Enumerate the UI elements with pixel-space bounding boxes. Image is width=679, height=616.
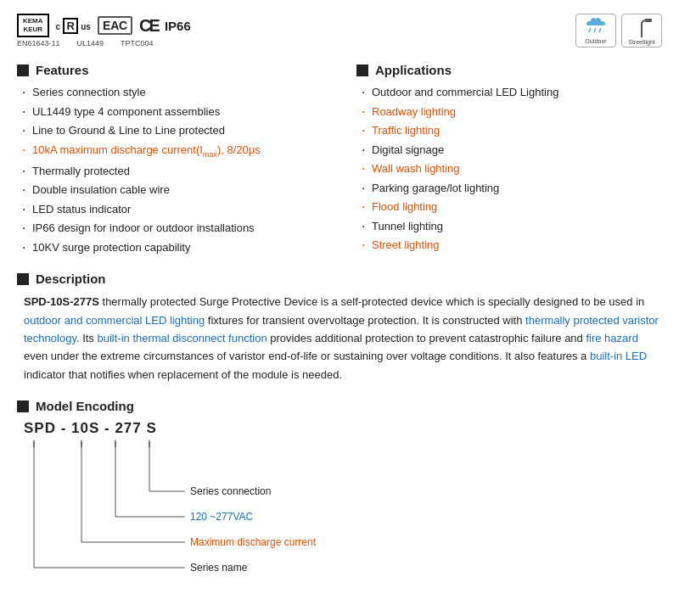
list-item: LED status indicator — [20, 201, 323, 218]
list-item: Street lighting — [360, 237, 662, 254]
description-title: Description — [17, 272, 662, 286]
features-title: Features — [17, 63, 323, 77]
description-highlight-1: outdoor and commercial LED lighting — [24, 314, 205, 327]
list-item: Series connection style — [20, 84, 323, 101]
ul-cert: c R us — [56, 20, 91, 32]
list-item: Double insulation cable wire — [20, 182, 323, 199]
svg-text:Series connection: Series connection — [190, 485, 271, 497]
model-encoding-title-text: Model Encoding — [36, 399, 134, 413]
applications-title-icon — [356, 64, 368, 76]
svg-text:Series name: Series name — [190, 562, 248, 574]
list-item: 10KV surge protection capability — [20, 239, 323, 256]
ce-cert: CE — [139, 16, 158, 36]
features-title-text: Features — [36, 63, 89, 77]
list-item: Wall wash lighting — [360, 160, 662, 177]
cert-logos-row: KEMA KEUR c R us ЕАС CE IP66 — [17, 14, 191, 36]
description-text-part3: . Its — [76, 332, 98, 344]
description-section: Description SPD-10S-277S thermally prote… — [17, 272, 662, 384]
applications-column: Applications Outdoor and commercial LED … — [340, 63, 662, 258]
cert-ul-number: UL1449 — [77, 39, 104, 48]
ip66-cert: IP66 — [165, 19, 191, 33]
features-applications-section: Features Series connection style UL1449 … — [17, 63, 662, 258]
streetlight-icon-box: Streetlight — [621, 14, 662, 48]
list-item: Flood lighting — [360, 199, 662, 216]
list-item: IP66 design for indoor or outdoor instal… — [20, 220, 323, 237]
eac-cert: ЕАС — [98, 16, 132, 35]
list-item: Traffic lighting — [360, 122, 662, 139]
list-item: Roadway lighting — [360, 104, 662, 120]
features-column: Features Series connection style UL1449 … — [17, 63, 340, 258]
streetlight-icon — [630, 17, 654, 37]
kema-keur-cert: KEMA KEUR — [17, 14, 49, 36]
description-highlight-3: built-in thermal disconnect function — [97, 332, 267, 344]
model-encoding-title: Model Encoding — [17, 399, 662, 413]
model-diagram-svg: Series name Maximum discharge current 12… — [24, 440, 669, 585]
outdoor-icon-label: Outdoor — [585, 38, 606, 44]
model-diagram: Series name Maximum discharge current 12… — [24, 440, 662, 585]
cert-tpt-number: TPTC004 — [121, 39, 154, 48]
list-item: Tunnel lighting — [360, 218, 662, 235]
svg-text:120 ~277VAC: 120 ~277VAC — [190, 511, 254, 523]
cert-numbers: EN61643-11 UL1449 TPTC004 — [17, 39, 191, 48]
cert-en-number: EN61643-11 — [17, 39, 60, 48]
model-encoding-section: Model Encoding SPD - 10S - 277 S Series … — [17, 399, 662, 585]
applications-title: Applications — [356, 63, 662, 77]
list-item: Outdoor and commercial LED Lighting — [360, 84, 662, 101]
applications-list: Outdoor and commercial LED Lighting Road… — [356, 84, 662, 254]
description-text-part5: even under the extreme circumstances of … — [24, 350, 590, 362]
svg-rect-4 — [645, 19, 652, 22]
model-encoding-title-icon — [17, 400, 29, 412]
description-text-part6: indicator that notifies when replacement… — [24, 368, 342, 381]
description-highlight-4: fire hazard — [586, 332, 637, 344]
description-text-part2: fixtures for transient overvoltage prote… — [205, 314, 525, 327]
application-icons: Outdoor Streetlight — [575, 14, 662, 48]
streetlight-icon-label: Streetlight — [628, 39, 655, 45]
description-text-part1: thermally protected Surge Protective Dev… — [103, 295, 645, 308]
list-item: 10kA maximum discharge current(Imax), 8/… — [20, 142, 323, 160]
header-row: KEMA KEUR c R us ЕАС CE IP66 EN61643-11 … — [17, 14, 662, 48]
model-code: SPD - 10S - 277 S — [24, 420, 662, 437]
applications-title-text: Applications — [375, 63, 452, 77]
list-item: UL1449 type 4 component assemblies — [20, 104, 323, 120]
list-item: Digital signage — [360, 142, 662, 159]
model-name-inline: SPD-10S-277S — [24, 295, 99, 308]
features-title-icon — [17, 64, 29, 76]
svg-line-0 — [589, 28, 591, 32]
svg-line-1 — [594, 28, 596, 32]
description-title-text: Description — [36, 272, 106, 286]
certifications: KEMA KEUR c R us ЕАС CE IP66 EN61643-11 … — [17, 14, 191, 47]
description-title-icon — [17, 273, 29, 285]
list-item: Thermally protected — [20, 163, 323, 180]
description-highlight-5: built-in LED — [590, 350, 647, 362]
list-item: Parking garage/lot lighting — [360, 180, 662, 197]
outdoor-icon-box: Outdoor — [575, 14, 616, 48]
description-body: SPD-10S-277S thermally protected Surge P… — [17, 293, 662, 384]
description-text-part4: provides additional protection to preven… — [267, 332, 586, 344]
outdoor-icon — [584, 18, 608, 36]
list-item: Line to Ground & Line to Line protected — [20, 122, 323, 139]
svg-line-2 — [599, 28, 601, 32]
svg-text:Maximum discharge current: Maximum discharge current — [190, 536, 317, 548]
features-list: Series connection style UL1449 type 4 co… — [17, 84, 323, 255]
